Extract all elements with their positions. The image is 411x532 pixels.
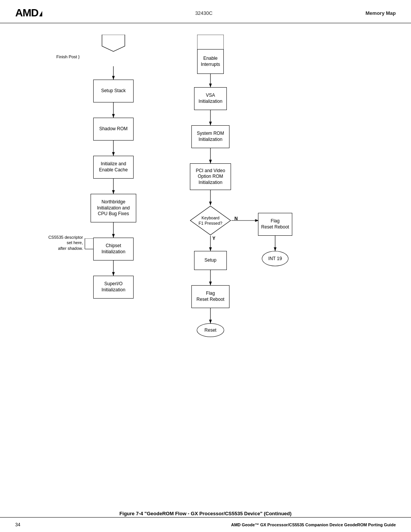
cs5535-annotation: CS5535 descriptorset here,after shadow. (26, 235, 83, 251)
flag-reset-reboot-bottom-box: FlagReset Reboot (191, 285, 229, 308)
doc-number: 32430C (195, 10, 213, 16)
northbridge-box: NorthbridgeInitialization andCPU Bug Fix… (91, 194, 136, 222)
y-label: Y (212, 236, 215, 241)
finish-post-label: Finish Post } (56, 54, 80, 59)
superio-box: SuperI/OInitialization (93, 276, 134, 299)
svg-rect-19 (197, 35, 224, 50)
init-enable-cache-box: Initialize andEnable Cache (93, 156, 134, 179)
footer-doc-title: AMD Geode™ GX Processor/CS5535 Companion… (231, 522, 396, 527)
chipset-box: ChipsetInitialization (93, 238, 134, 260)
page-number: 34 (15, 522, 20, 527)
vsa-box: VSAInitialization (194, 87, 227, 110)
n-label: N (234, 216, 238, 221)
shadow-rom-box: Shadow ROM (93, 118, 134, 141)
figure-caption: Figure 7-4 "GeodeROM Flow - GX Processor… (0, 511, 411, 516)
keyboard-f1-diamond: KeyboardF1 Pressed? (190, 205, 231, 236)
reset-oval: Reset (197, 323, 224, 337)
page-header: AMD 32430C Memory Map (0, 0, 411, 23)
page-footer: 34 AMD Geode™ GX Processor/CS5535 Compan… (0, 517, 411, 532)
setup-box: Setup (194, 251, 227, 270)
right-connector-shape (197, 35, 224, 50)
setup-stack-box: Setup Stack (93, 80, 134, 102)
flag-reset-reboot-right-box: FlagReset Reboot (258, 213, 292, 236)
left-connector-shape (100, 35, 127, 52)
annotation-bracket (83, 238, 94, 250)
amd-logo: AMD (15, 7, 42, 19)
system-rom-box: System ROMInitialization (191, 125, 229, 148)
int19-oval: INT 19 (262, 251, 288, 266)
svg-marker-18 (102, 35, 125, 51)
header-section: Memory Map (366, 10, 396, 16)
enable-interrupts-box: EnableInterrupts (197, 49, 224, 74)
diagram-area: Finish Post } Setup Stack Shadow ROM Ini… (0, 23, 411, 507)
pci-video-box: PCI and VideoOption ROMInitialization (190, 163, 231, 190)
